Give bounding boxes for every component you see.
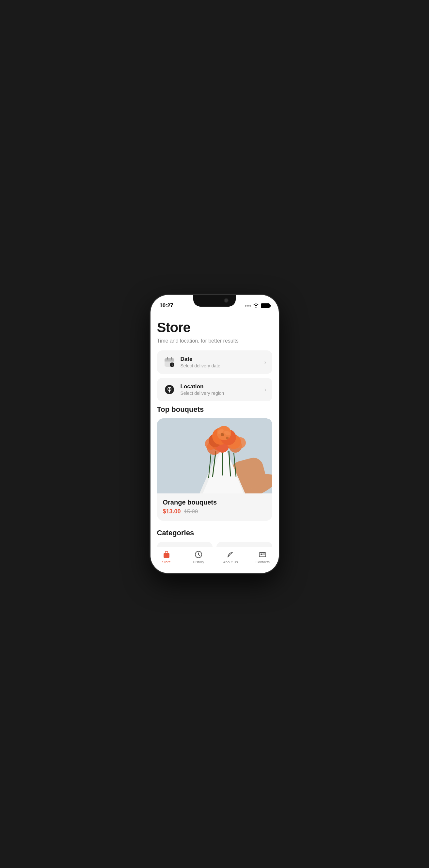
tab-contacts[interactable]: Contacts: [246, 550, 278, 564]
signal-dots-icon: [245, 305, 251, 307]
status-time: 10:27: [160, 302, 173, 309]
date-sublabel: Select delivery date: [181, 363, 265, 368]
date-label: Date: [181, 356, 265, 363]
leaf-icon: [226, 550, 235, 559]
tab-bar: Store History: [151, 547, 279, 573]
tab-history-label: History: [193, 560, 204, 564]
category-card-tulips[interactable]: Tulips: [216, 542, 272, 547]
status-icons: [245, 303, 270, 308]
page-title: Store: [157, 320, 272, 335]
tab-about-label: About Us: [223, 560, 238, 564]
top-bouquets-title: Top bouquets: [157, 405, 272, 414]
svg-point-36: [226, 437, 228, 439]
svg-rect-3: [167, 357, 168, 360]
date-text: Date Select delivery date: [181, 356, 265, 368]
svg-rect-7: [172, 365, 173, 365]
bouquet-name: Orange bouquets: [163, 499, 267, 506]
bouquet-info: Orange bouquets $13.00 15.00: [157, 493, 272, 521]
card-icon: [258, 550, 267, 559]
camera: [224, 298, 228, 303]
location-icon: [163, 383, 176, 396]
svg-point-35: [221, 433, 224, 436]
location-chevron-icon: ›: [265, 386, 267, 393]
tab-store[interactable]: Store: [151, 550, 183, 564]
price-original: 15.00: [184, 508, 198, 515]
svg-point-10: [169, 388, 170, 390]
category-card-roses-1[interactable]: Roses: [157, 542, 213, 547]
price-row: $13.00 15.00: [163, 508, 267, 515]
wifi-icon: [253, 303, 259, 308]
location-selection-card[interactable]: Location Select delivery region ›: [157, 378, 272, 401]
svg-rect-4: [171, 357, 172, 360]
tab-store-label: Store: [162, 560, 171, 564]
bouquet-image: [157, 418, 272, 493]
tab-history[interactable]: History: [183, 550, 214, 564]
battery-icon: [261, 303, 270, 308]
categories-title: Categories: [157, 529, 272, 537]
phone-frame: 10:27 Store Time and location, for bette…: [151, 295, 279, 573]
tab-contacts-label: Contacts: [256, 560, 270, 564]
categories-grid: Roses Tulips Roses Hydrangea: [157, 542, 272, 547]
svg-rect-41: [261, 554, 263, 555]
scroll-content[interactable]: Store Time and location, for better resu…: [151, 312, 279, 547]
calendar-icon: [163, 355, 176, 369]
notch: [193, 295, 236, 307]
date-chevron-icon: ›: [265, 359, 267, 366]
location-sublabel: Select delivery region: [181, 391, 265, 396]
bag-icon: [162, 550, 171, 559]
price-current: $13.00: [163, 508, 181, 515]
phone-screen: 10:27 Store Time and location, for bette…: [151, 295, 279, 573]
location-text: Location Select delivery region: [181, 383, 265, 396]
page-subtitle: Time and location, for better results: [157, 338, 272, 344]
clock-icon: [194, 550, 203, 559]
svg-rect-2: [164, 360, 174, 362]
svg-rect-38: [163, 553, 170, 558]
location-label: Location: [181, 383, 265, 390]
date-selection-card[interactable]: Date Select delivery date ›: [157, 350, 272, 374]
tab-about-us[interactable]: About Us: [214, 550, 246, 564]
bouquet-card[interactable]: Orange bouquets $13.00 15.00: [157, 418, 272, 521]
svg-rect-6: [172, 364, 173, 365]
